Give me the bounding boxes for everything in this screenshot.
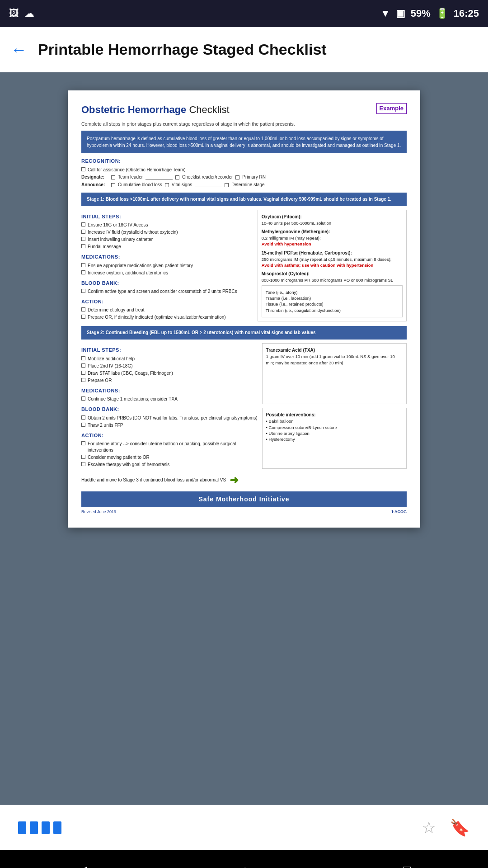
step4-item: Fundal massage <box>81 244 254 250</box>
step1-item: Ensure 16G or 18G IV Access <box>81 222 254 228</box>
checkbox-cr <box>175 175 179 179</box>
action2-header: Action: <box>81 432 258 439</box>
content-area: Obstetric Hemorrhage Checklist Example C… <box>0 72 488 805</box>
int1: • Bakri balloon <box>266 418 403 424</box>
wifi-icon: ▼ <box>380 8 390 19</box>
act1-item: Determine etiology and treat <box>81 307 254 313</box>
action-header: Action: <box>81 298 254 305</box>
back-nav-button[interactable]: ◁ <box>77 863 87 868</box>
cloud-icon: ☁ <box>24 8 34 19</box>
int4: • Hysterectomy <box>266 436 403 442</box>
recent-nav-button[interactable]: □ <box>403 863 411 868</box>
step3-item: Insert indwelling urinary catheter <box>81 236 254 243</box>
initial-steps2-header: Initial Steps: <box>81 347 258 354</box>
example-badge: Example <box>376 103 407 114</box>
int2: • Compression suture/B-Lynch suture <box>266 425 403 430</box>
checkbox-vs <box>165 183 169 187</box>
stage1-left: Initial Steps: Ensure 16G or 18G IV Acce… <box>81 210 254 322</box>
info-box: Postpartum hemorrhage is defined as cumu… <box>81 131 407 153</box>
s2bb2-item: Thaw 2 units FFP <box>81 422 258 429</box>
s2step2-item: Place 2nd IV (16-18G) <box>81 363 258 369</box>
pgf-title: 15-methyl PGF₂α (Hemabate, Carboprost): <box>262 250 403 256</box>
arrow-icon: ➜ <box>230 472 239 488</box>
interventions-title: Possible interventions: <box>266 412 403 418</box>
miso-title: Misoprostol (Cytotec): <box>262 271 403 277</box>
nav-bottom: ◁ ○ □ <box>0 850 488 868</box>
battery-pct: 59% <box>411 8 431 19</box>
designate-label: Designate: <box>81 174 108 180</box>
huddle-text: Huddle and move to Stage 3 if continued … <box>81 477 226 483</box>
txa-box: Tranexamic Acid (TXA) 1 gram IV over 10 … <box>262 343 407 404</box>
title-blue: Obstetric Hemorrhage <box>81 104 186 115</box>
stage2-right: Tranexamic Acid (TXA) 1 gram IV over 10 … <box>262 343 407 469</box>
miso-dose: 800-1000 micrograms PR 600 micrograms PO… <box>262 277 403 283</box>
document: Obstetric Hemorrhage Checklist Example C… <box>68 90 420 528</box>
txa-dose: 1 gram IV over 10 min (add 1 gram vial t… <box>266 354 403 366</box>
methyl-dose: 0.2 milligrams IM (may repeat); <box>262 235 403 241</box>
footer-row: Revised June 2019 ⚕ ACOG <box>81 509 407 515</box>
star-button[interactable]: ☆ <box>422 818 436 837</box>
tissue: Tissue (i.e., retained products) <box>266 301 399 307</box>
thrombin: Thrombin (i.e., coagulation dysfunction) <box>266 307 399 313</box>
checklist-reader-label: Checklist reader/recorder <box>182 174 233 180</box>
s2step4-item: Prepare OR <box>81 377 258 384</box>
doc-subtitle: Complete all steps in prior stages plus … <box>81 121 407 127</box>
s2act2-item: Consider moving patient to OR <box>81 454 258 461</box>
tone-box: Tone (i.e., atony) Trauma (i.e., lacerat… <box>262 285 403 317</box>
team-leader-label: Team leader <box>118 174 143 180</box>
vital-signs-label: Vital signs <box>172 182 192 188</box>
home-nav-button[interactable]: ○ <box>241 863 249 868</box>
checkbox-cbl <box>111 183 115 187</box>
call-label: Call for assistance (Obstetric Hemorrhag… <box>88 167 186 173</box>
tone: Tone (i.e., atony) <box>266 289 399 295</box>
status-icons: 🖼 ☁ <box>9 8 34 19</box>
med1-item: Ensure appropriate medications given pat… <box>81 263 254 269</box>
checkbox-ds <box>225 183 229 187</box>
blood-bank-header: Blood Bank: <box>81 280 254 287</box>
trauma: Trauma (i.e., laceration) <box>266 295 399 301</box>
toolbar-bar4 <box>53 821 61 834</box>
act2-item: Prepare OR, if dinically indicated (opti… <box>81 314 254 321</box>
oxytocin-title: Oxytocin (Pitocin): <box>262 214 403 220</box>
s2act1-item: For uterine atony --> consider uterine b… <box>81 441 258 453</box>
announce-row: Announce: Cumulative blood loss Vital si… <box>81 182 407 188</box>
battery-icon: 🔋 <box>436 8 448 19</box>
toolbar-bar1 <box>18 821 26 834</box>
clock: 16:25 <box>454 8 479 19</box>
interventions-box: Possible interventions: • Bakri balloon … <box>262 408 407 469</box>
pgf-dose: 250 micrograms IM (may repeat at q15 min… <box>262 256 403 262</box>
status-bar: 🖼 ☁ ▼ ▣ 59% 🔋 16:25 <box>0 0 488 27</box>
methyl-warning: Avoid with hypertension <box>262 241 403 247</box>
medications2-header: Medications: <box>81 387 258 394</box>
primary-rn-label: Primary RN <box>242 174 266 180</box>
s2med1-item: Continue Stage 1 medications; consider T… <box>81 396 258 402</box>
toolbar-right: ☆ 🔖 <box>422 818 470 837</box>
cumulative-blood-loss-label: Cumulative blood loss <box>118 182 162 188</box>
designate-row: Designate: Team leader Checklist reader/… <box>81 174 407 180</box>
acog-logo: ⚕ ACOG <box>391 509 407 515</box>
checkbox-rn <box>235 175 239 179</box>
toolbar-left <box>18 821 61 834</box>
bb1-item: Confirm active type and screen and consi… <box>81 288 254 295</box>
title-black: Checklist <box>186 104 229 115</box>
s2act3-item: Escalate therapy with goal of hemostasis <box>81 462 258 468</box>
step2-item: Increase IV fluid (crystalloid without o… <box>81 229 254 236</box>
huddle-row: Huddle and move to Stage 3 if continued … <box>81 472 407 488</box>
page-title: Printable Hemorrhage Staged Checklist <box>38 41 327 58</box>
blood-bank2-header: Blood Bank: <box>81 406 258 413</box>
methyl-title: Methylergonovine (Methergine): <box>262 229 403 235</box>
acog-text: ACOG <box>394 509 407 514</box>
s2step3-item: Draw STAT labs (CBC, Coags, Fibrinogen) <box>81 370 258 377</box>
bookmark-button[interactable]: 🔖 <box>450 818 470 837</box>
stage2-box: Stage 2: Continued Bleeding (EBL up to 1… <box>81 326 407 340</box>
stage1-box: Stage 1: Blood loss >1000mL after delive… <box>81 193 407 206</box>
determine-stage-label: Determine stage <box>231 182 264 188</box>
int3: • Uterine artery ligation <box>266 430 403 436</box>
med2-item: Increase oxytocin, additional uterotonic… <box>81 270 254 276</box>
announce-label: Announce: <box>81 182 108 188</box>
vital-signs-field <box>195 183 222 187</box>
stage1-content: Initial Steps: Ensure 16G or 18G IV Acce… <box>81 210 407 322</box>
initial-steps-header: Initial Steps: <box>81 213 254 220</box>
back-button[interactable]: ← <box>11 40 27 59</box>
checkbox-call <box>81 167 85 171</box>
